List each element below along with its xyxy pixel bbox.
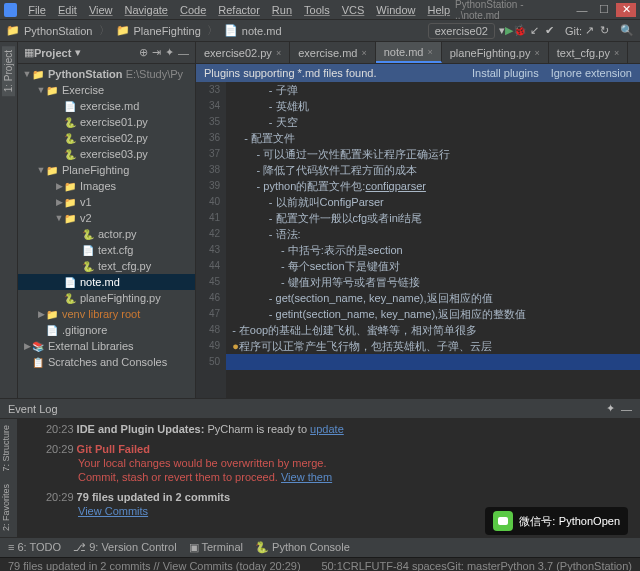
tree-file[interactable]: 🐍actor.py xyxy=(18,226,195,242)
close-tab-icon[interactable]: × xyxy=(276,48,281,58)
run-config-selector[interactable]: exercise02 xyxy=(428,23,495,39)
tree-file[interactable]: 📄.gitignore xyxy=(18,322,195,338)
install-plugins-link[interactable]: Install plugins xyxy=(472,67,539,79)
close-tab-icon[interactable]: × xyxy=(614,48,619,58)
code-area[interactable]: - 子弹 - 英雄机 - 天空 - 配置文件 - 可以通过一次性配置来让程序正确… xyxy=(226,82,640,398)
status-pos[interactable]: 50:1 xyxy=(321,560,342,571)
status-utf[interactable]: UTF-8 xyxy=(372,560,403,571)
editor-tab-active[interactable]: note.md× xyxy=(376,42,442,63)
tree-file[interactable]: 🐍exercise03.py xyxy=(18,146,195,162)
tree-file[interactable]: 🐍text_cfg.py xyxy=(18,258,195,274)
status-vc[interactable]: ⎇ 9: Version Control xyxy=(73,541,177,554)
menu-help[interactable]: Help xyxy=(422,2,455,18)
window-title: PythonStation - ..\note.md xyxy=(455,0,564,21)
gear-icon[interactable]: ✦ xyxy=(606,402,615,415)
wechat-overlay: 微信号: PythonOpen xyxy=(485,507,628,535)
main-menu: File Edit View Navigate Code Refactor Ru… xyxy=(23,2,455,18)
status-message: 79 files updated in 2 commits // View Co… xyxy=(8,560,301,571)
update-link[interactable]: update xyxy=(310,423,344,435)
editor: exercise02.py× exercise.md× note.md× pla… xyxy=(196,42,640,398)
tree-scratches[interactable]: 📋Scratches and Consoles xyxy=(18,354,195,370)
status-terminal[interactable]: ▣ Terminal xyxy=(189,541,243,554)
close-tab-icon[interactable]: × xyxy=(361,48,366,58)
folder-icon: 📁 xyxy=(116,24,130,37)
editor-tabs: exercise02.py× exercise.md× note.md× pla… xyxy=(196,42,640,64)
tree-folder-v2[interactable]: ▼📁v2 xyxy=(18,210,195,226)
editor-tab[interactable]: planeFighting.py× xyxy=(442,42,549,63)
status-python[interactable]: Python 3.7 (PythonStation) xyxy=(501,560,632,571)
tree-folder-v1[interactable]: ▶📁v1 xyxy=(18,194,195,210)
tree-folder-images[interactable]: ▶📁Images xyxy=(18,178,195,194)
status-bar: 79 files updated in 2 commits // View Co… xyxy=(0,557,640,571)
tree-external-libs[interactable]: ▶📚External Libraries xyxy=(18,338,195,354)
tool-tab-favorites[interactable]: 2: Favorites xyxy=(0,478,12,537)
title-bar: File Edit View Navigate Code Refactor Ru… xyxy=(0,0,640,20)
wechat-icon xyxy=(493,511,513,531)
project-panel: ▦ Project ▾ ⊕ ⇥ ✦ — ▼📁PythonStation E:\S… xyxy=(18,42,196,398)
tree-file[interactable]: 🐍planeFighting.py xyxy=(18,290,195,306)
breadcrumb-file[interactable]: note.md xyxy=(242,25,282,37)
menu-refactor[interactable]: Refactor xyxy=(213,2,265,18)
menu-code[interactable]: Code xyxy=(175,2,211,18)
ignore-extension-link[interactable]: Ignore extension xyxy=(551,67,632,79)
tree-root[interactable]: ▼📁PythonStation E:\Study\Py xyxy=(18,66,195,82)
vcs-update-icon[interactable]: ↙ xyxy=(530,24,539,37)
menu-vcs[interactable]: VCS xyxy=(337,2,370,18)
run-button[interactable]: ▶ xyxy=(505,24,513,37)
tree-folder-planefighting[interactable]: ▼📁PlaneFighting xyxy=(18,162,195,178)
project-header-label: Project xyxy=(34,47,71,59)
breadcrumb: 📁 PythonStation 〉 📁 PlaneFighting 〉 📄 no… xyxy=(6,23,282,38)
collapse-icon[interactable]: ⇥ xyxy=(152,46,161,59)
tree-file[interactable]: 📄exercise.md xyxy=(18,98,195,114)
project-icon: ▦ xyxy=(24,46,34,59)
status-spaces[interactable]: 4 spaces xyxy=(403,560,447,571)
maximize-button[interactable]: ☐ xyxy=(594,3,614,17)
breadcrumb-root[interactable]: PythonStation xyxy=(24,25,93,37)
view-commits-link[interactable]: View Commits xyxy=(78,505,148,517)
gear-icon[interactable]: ✦ xyxy=(165,46,174,59)
tree-folder-exercise[interactable]: ▼📁Exercise xyxy=(18,82,195,98)
editor-tab[interactable]: exercise.md× xyxy=(290,42,376,63)
editor-tab[interactable]: text_cfg.py× xyxy=(549,42,628,63)
tree-folder-venv[interactable]: ▶📁venv library root xyxy=(18,306,195,322)
git-branch-icon[interactable]: ↗ xyxy=(585,24,594,37)
tree-file[interactable]: 🐍exercise02.py xyxy=(18,130,195,146)
menu-file[interactable]: File xyxy=(23,2,51,18)
status-enc[interactable]: CRLF xyxy=(343,560,372,571)
hide-icon[interactable]: — xyxy=(178,47,189,59)
view-them-link[interactable]: View them xyxy=(281,471,332,483)
status-branch[interactable]: Git: master xyxy=(447,560,501,571)
editor-tab[interactable]: exercise02.py× xyxy=(196,42,290,63)
menu-navigate[interactable]: Navigate xyxy=(120,2,173,18)
close-tab-icon[interactable]: × xyxy=(427,47,432,57)
line-gutter: 333435363738394041424344454647484950 xyxy=(196,82,226,398)
banner-message: Plugins supporting *.md files found. xyxy=(204,67,376,79)
menu-run[interactable]: Run xyxy=(267,2,297,18)
git-history-icon[interactable]: ↻ xyxy=(600,24,609,37)
menu-window[interactable]: Window xyxy=(371,2,420,18)
menu-edit[interactable]: Edit xyxy=(53,2,82,18)
file-icon: 📄 xyxy=(224,24,238,37)
plugin-banner: Plugins supporting *.md files found. Ins… xyxy=(196,64,640,82)
hide-icon[interactable]: — xyxy=(621,403,632,415)
menu-tools[interactable]: Tools xyxy=(299,2,335,18)
status-todo[interactable]: ≡ 6: TODO xyxy=(8,541,61,553)
nav-bar: 📁 PythonStation 〉 📁 PlaneFighting 〉 📄 no… xyxy=(0,20,640,42)
close-button[interactable]: ✕ xyxy=(616,3,636,17)
folder-icon: 📁 xyxy=(6,24,20,37)
tool-tab-structure[interactable]: 7: Structure xyxy=(0,419,12,478)
debug-button[interactable]: 🐞 xyxy=(513,24,527,37)
tree-file[interactable]: 📄text.cfg xyxy=(18,242,195,258)
tree-file[interactable]: 🐍exercise01.py xyxy=(18,114,195,130)
event-log-title: Event Log xyxy=(8,403,58,415)
settings-icon[interactable]: ⊕ xyxy=(139,46,148,59)
close-tab-icon[interactable]: × xyxy=(534,48,539,58)
menu-view[interactable]: View xyxy=(84,2,118,18)
breadcrumb-folder[interactable]: PlaneFighting xyxy=(134,25,201,37)
search-icon[interactable]: 🔍 xyxy=(620,24,634,37)
vcs-commit-icon[interactable]: ✔ xyxy=(545,24,554,37)
tree-file-note[interactable]: 📄note.md xyxy=(18,274,195,290)
tool-tab-project[interactable]: 1: Project xyxy=(2,46,15,96)
status-pyconsole[interactable]: 🐍 Python Console xyxy=(255,541,350,554)
minimize-button[interactable]: — xyxy=(572,3,592,17)
